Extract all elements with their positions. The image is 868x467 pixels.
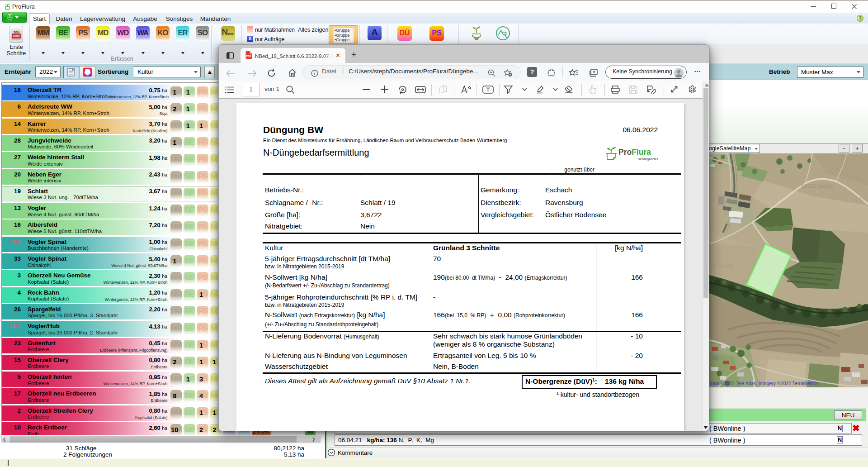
svg-text:22 Google: 22 Google <box>711 263 734 268</box>
svg-text:PDF: PDF <box>246 55 251 57</box>
svg-text:©2022 Google: ©2022 Google <box>801 183 833 189</box>
svg-text:data ©2022 Tele Atlas, Imagery: data ©2022 Tele Atlas, Imagery ©2022 Ter… <box>710 381 818 386</box>
svg-text:©202: ©202 <box>855 196 867 201</box>
